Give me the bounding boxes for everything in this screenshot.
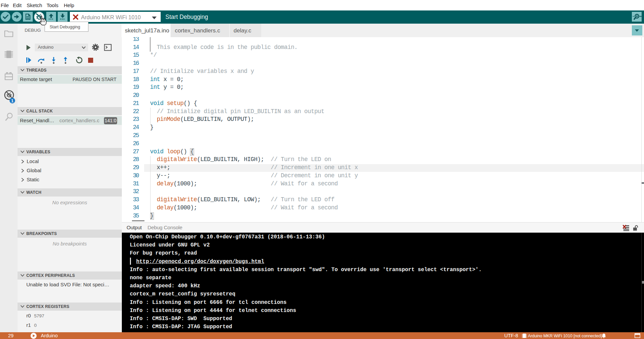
svg-text:1: 1 xyxy=(11,99,14,103)
